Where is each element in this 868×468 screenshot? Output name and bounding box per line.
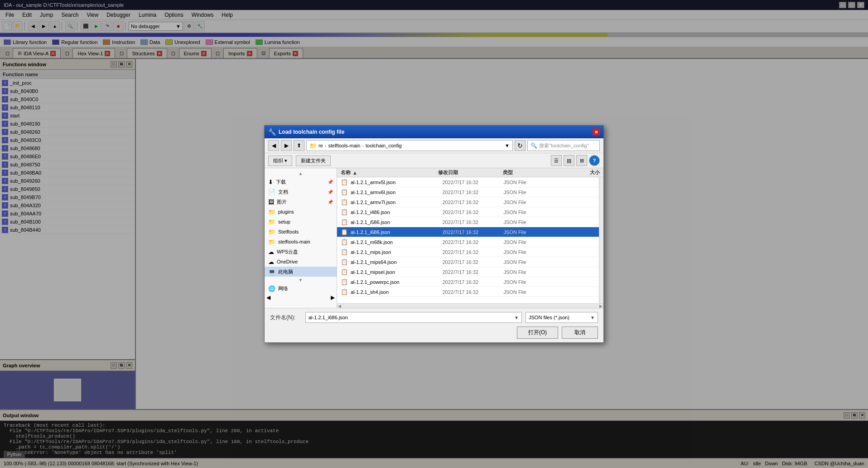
help-button[interactable]: ? xyxy=(589,155,600,166)
table-row[interactable]: 📋 al-1.2.1_i586.json 2022/7/17 16:32 JSO… xyxy=(337,217,599,227)
view-tiles-button[interactable]: ⊞ xyxy=(576,155,587,166)
sort-asc-icon: ▲ xyxy=(352,170,357,176)
dialog-bottom-scrollbar[interactable]: ◀ ▶ xyxy=(337,303,603,308)
new-folder-button[interactable]: 新建文件夹 xyxy=(296,156,331,166)
file-name: al-1.2.1_i486.json xyxy=(351,210,443,215)
documents-icon: 📄 xyxy=(268,189,275,195)
dialog-search-bar[interactable]: 🔍 搜索"toolchain_config" xyxy=(527,140,600,151)
file-list[interactable]: 📋 al-1.2.1_armv5l.json 2022/7/17 16:32 J… xyxy=(337,177,599,303)
col-header-date[interactable]: 修改日期 xyxy=(438,169,503,176)
file-list-scrollbar[interactable] xyxy=(599,177,603,303)
folder-icon: 📁 xyxy=(309,142,317,149)
dialog-close-button[interactable]: ✕ xyxy=(593,128,600,136)
dialog-path-bar[interactable]: 📁 re › stelftools-main › toolchain_confi… xyxy=(306,140,513,151)
action-left: 组织 ▾ 新建文件夹 xyxy=(268,156,331,166)
sidebar-item-plugins[interactable]: 📁 plugins xyxy=(265,207,337,217)
sidebar-item-downloads[interactable]: ⬇ 下载 📌 xyxy=(265,177,337,187)
file-date: 2022/7/17 16:32 xyxy=(443,229,504,235)
table-row[interactable]: 📋 al-1.2.1_armv7l.json 2022/7/17 16:32 J… xyxy=(337,197,599,207)
table-row[interactable]: 📋 al-1.2.1_i686.json 2022/7/17 16:32 JSO… xyxy=(337,227,599,237)
file-list-container: 📋 al-1.2.1_armv5l.json 2022/7/17 16:32 J… xyxy=(337,177,603,303)
json-file-icon: 📋 xyxy=(341,229,348,235)
file-date: 2022/7/17 16:32 xyxy=(443,210,504,215)
download-icon: ⬇ xyxy=(268,179,273,185)
table-row[interactable]: 📋 al-1.2.1_m68k.json 2022/7/17 16:32 JSO… xyxy=(337,237,599,247)
nav-right[interactable]: ▶ xyxy=(331,294,335,301)
path-sep-2: › xyxy=(362,143,364,148)
sidebar-item-this-pc[interactable]: 💻 此电脑 xyxy=(265,267,337,277)
file-name: al-1.2.1_mipsel.json xyxy=(351,269,443,275)
filename-dropdown-arrow[interactable]: ▼ xyxy=(514,315,519,320)
view-list-button[interactable]: ☰ xyxy=(551,155,562,166)
file-date: 2022/7/17 16:32 xyxy=(443,239,504,245)
sidebar-item-setup[interactable]: 📁 setup xyxy=(265,217,337,227)
sidebar-item-stelftools-main[interactable]: 📁 stelftools-main xyxy=(265,237,337,247)
sidebar-item-onedrive[interactable]: ☁ OneDrive xyxy=(265,257,337,267)
table-row[interactable]: 📋 al-1.2.1_armv5l.json 2022/7/17 16:32 J… xyxy=(337,177,599,187)
path-part-stelftools: stelftools-main xyxy=(328,143,360,148)
sidebar-item-pictures[interactable]: 🖼 图片 📌 xyxy=(265,197,337,207)
action-right: ☰ ▤ ⊞ ? xyxy=(551,155,600,166)
table-row[interactable]: 📋 al-1.2.1_sh4.json 2022/7/17 16:32 JSON… xyxy=(337,287,599,297)
col-header-type[interactable]: 类型 xyxy=(503,169,568,176)
file-date: 2022/7/17 16:32 xyxy=(443,269,504,275)
sidebar-scroll-down[interactable]: ▼ xyxy=(265,277,337,283)
filetype-dropdown-arrow[interactable]: ▼ xyxy=(590,315,595,320)
file-type: JSON File xyxy=(504,269,565,275)
filename-value: al-1.2.1_i686.json xyxy=(309,315,348,320)
scroll-right-icon[interactable]: ▶ xyxy=(599,304,603,308)
table-row[interactable]: 📋 al-1.2.1_mipsel.json 2022/7/17 16:32 J… xyxy=(337,267,599,277)
file-name: al-1.2.1_i586.json xyxy=(351,219,443,225)
table-row[interactable]: 📋 al-1.2.1_armv6l.json 2022/7/17 16:32 J… xyxy=(337,187,599,197)
search-icon: 🔍 xyxy=(530,142,537,149)
json-file-icon: 📋 xyxy=(341,209,348,215)
dialog-title-icon: 🔧 xyxy=(268,128,276,136)
nav-left[interactable]: ◀ xyxy=(266,294,270,301)
file-type: JSON File xyxy=(504,190,565,195)
table-row[interactable]: 📋 al-1.2.1_i486.json 2022/7/17 16:32 JSO… xyxy=(337,207,599,217)
file-type: JSON File xyxy=(504,239,565,245)
table-row[interactable]: 📋 al-1.2.1_powerpc.json 2022/7/17 16:32 … xyxy=(337,277,599,287)
filename-input[interactable]: al-1.2.1_i686.json ▼ xyxy=(305,312,522,323)
folder-icon: 📁 xyxy=(268,209,275,215)
load-toolchain-dialog: 🔧 Load toolchain config file ✕ ◀ ▶ ⬆ 📁 r… xyxy=(264,125,604,343)
dialog-overlay: 🔧 Load toolchain config file ✕ ◀ ▶ ⬆ 📁 r… xyxy=(0,0,868,468)
sidebar-item-stelftools[interactable]: 📁 Stelftools xyxy=(265,227,337,237)
sidebar-item-label: 网络 xyxy=(278,285,288,292)
json-file-icon: 📋 xyxy=(341,288,348,295)
view-details-button[interactable]: ▤ xyxy=(564,155,574,166)
file-date: 2022/7/17 16:32 xyxy=(443,279,504,285)
file-type: JSON File xyxy=(504,249,565,255)
col-header-size[interactable]: 大小 xyxy=(568,169,600,176)
filetype-input[interactable]: JSON files (*.json) ▼ xyxy=(526,312,598,323)
file-date: 2022/7/17 16:32 xyxy=(443,289,504,295)
open-button[interactable]: 打开(O) xyxy=(517,327,558,339)
dialog-forward-button[interactable]: ▶ xyxy=(281,140,292,151)
json-file-icon: 📋 xyxy=(341,219,348,225)
dialog-back-button[interactable]: ◀ xyxy=(268,140,279,151)
table-row[interactable]: 📋 al-1.2.1_mips.json 2022/7/17 16:32 JSO… xyxy=(337,247,599,257)
wps-cloud-icon: ☁ xyxy=(268,249,274,255)
dialog-refresh-button[interactable]: ↻ xyxy=(515,140,526,151)
cancel-button[interactable]: 取消 xyxy=(562,327,598,339)
sidebar-item-label: setup xyxy=(278,219,290,224)
sidebar-item-network[interactable]: 🌐 网络 xyxy=(265,283,337,293)
filename-label: 文件名(N): xyxy=(270,314,302,322)
sidebar-scroll-up[interactable]: ▲ xyxy=(265,170,337,177)
dialog-action-bar: 组织 ▾ 新建文件夹 ☰ ▤ ⊞ ? xyxy=(265,153,603,168)
table-row[interactable]: 📋 al-1.2.1_mips64.json 2022/7/17 16:32 J… xyxy=(337,257,599,267)
file-name: al-1.2.1_powerpc.json xyxy=(351,279,443,285)
dialog-up-button[interactable]: ⬆ xyxy=(294,140,304,151)
col-header-name[interactable]: 名称 ▲ xyxy=(341,169,438,176)
sidebar-item-wps-cloud[interactable]: ☁ WPS云盘 xyxy=(265,247,337,257)
dialog-title-content: 🔧 Load toolchain config file xyxy=(268,128,344,136)
sidebar-item-documents[interactable]: 📄 文档 📌 xyxy=(265,187,337,197)
network-icon: 🌐 xyxy=(268,285,275,292)
json-file-icon: 📋 xyxy=(341,179,348,185)
scroll-left-icon[interactable]: ◀ xyxy=(338,304,341,308)
file-date: 2022/7/17 16:32 xyxy=(443,180,504,185)
file-type: JSON File xyxy=(504,200,565,205)
json-file-icon: 📋 xyxy=(341,189,348,195)
organize-button[interactable]: 组织 ▾ xyxy=(268,156,292,166)
file-date: 2022/7/17 16:32 xyxy=(443,219,504,225)
